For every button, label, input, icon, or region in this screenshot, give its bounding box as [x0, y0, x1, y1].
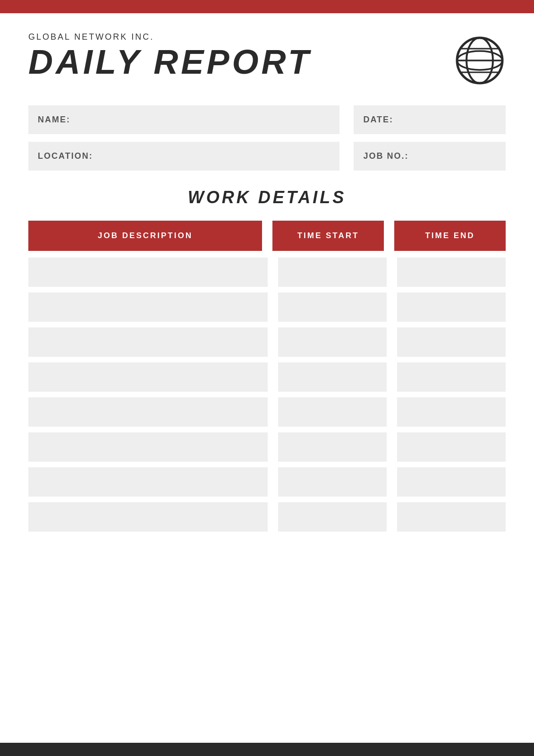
row3-end[interactable] — [397, 327, 506, 357]
row1-end[interactable] — [397, 258, 506, 287]
row7-end[interactable] — [397, 467, 506, 497]
row7-start[interactable] — [278, 467, 387, 497]
date-field[interactable]: DATE: — [354, 105, 506, 134]
row8-end[interactable] — [397, 502, 506, 532]
table-header: JOB DESCRIPTION TIME START TIME END — [28, 221, 506, 251]
form-row-2: LOCATION: JOB NO.: — [28, 142, 506, 171]
row4-job[interactable] — [28, 362, 268, 392]
row4-end[interactable] — [397, 362, 506, 392]
row5-start[interactable] — [278, 397, 387, 427]
row8-job[interactable] — [28, 502, 268, 532]
job-no-field[interactable]: JOB NO.: — [354, 142, 506, 171]
row8-start[interactable] — [278, 502, 387, 532]
company-name: GLOBAL NETWORK INC. — [28, 32, 312, 42]
page-content: GLOBAL NETWORK INC. DAILY REPORT NAME: D… — [0, 13, 534, 556]
row1-start[interactable] — [278, 258, 387, 287]
table-row — [28, 258, 506, 287]
row2-job[interactable] — [28, 292, 268, 322]
date-label: DATE: — [363, 115, 393, 125]
row7-job[interactable] — [28, 467, 268, 497]
table-row — [28, 502, 506, 532]
table-row — [28, 467, 506, 497]
table-row — [28, 432, 506, 462]
table-row — [28, 397, 506, 427]
table-row — [28, 362, 506, 392]
col-time-end: TIME END — [394, 221, 506, 251]
location-field[interactable]: LOCATION: — [28, 142, 339, 171]
top-bar — [0, 0, 534, 13]
name-field[interactable]: NAME: — [28, 105, 339, 134]
row6-job[interactable] — [28, 432, 268, 462]
row5-job[interactable] — [28, 397, 268, 427]
row3-start[interactable] — [278, 327, 387, 357]
table-row — [28, 327, 506, 357]
work-details-title: WORK DETAILS — [28, 188, 506, 207]
col-job-description: JOB DESCRIPTION — [28, 221, 262, 251]
row1-job[interactable] — [28, 258, 268, 287]
report-title: DAILY REPORT — [28, 45, 312, 79]
globe-icon — [454, 34, 506, 86]
location-label: LOCATION: — [38, 151, 93, 161]
row3-job[interactable] — [28, 327, 268, 357]
header-section: GLOBAL NETWORK INC. DAILY REPORT — [28, 32, 506, 86]
row4-start[interactable] — [278, 362, 387, 392]
table-row — [28, 292, 506, 322]
job-no-label: JOB NO.: — [363, 151, 408, 161]
bottom-bar — [0, 743, 534, 756]
name-label: NAME: — [38, 115, 70, 125]
row6-end[interactable] — [397, 432, 506, 462]
form-row-1: NAME: DATE: — [28, 105, 506, 134]
work-details-table: JOB DESCRIPTION TIME START TIME END — [28, 221, 506, 532]
row6-start[interactable] — [278, 432, 387, 462]
header-left: GLOBAL NETWORK INC. DAILY REPORT — [28, 32, 312, 79]
row5-end[interactable] — [397, 397, 506, 427]
col-time-start: TIME START — [272, 221, 384, 251]
row2-start[interactable] — [278, 292, 387, 322]
row2-end[interactable] — [397, 292, 506, 322]
